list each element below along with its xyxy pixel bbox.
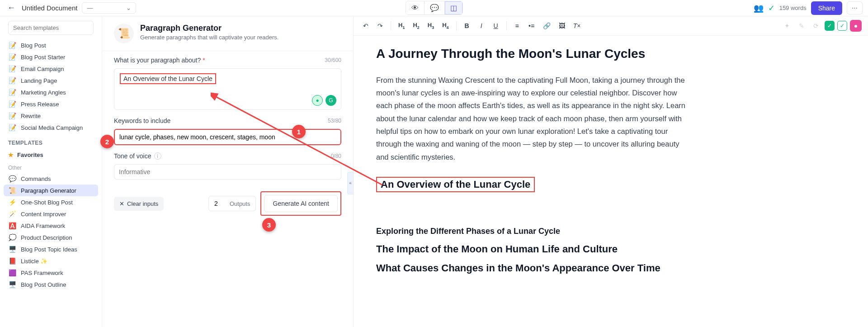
heading1-button[interactable]: H1 bbox=[396, 19, 407, 33]
grammarly-badges: ● G bbox=[312, 95, 336, 106]
clear-inputs-button[interactable]: ✕ Clear inputs bbox=[114, 197, 164, 211]
undo-icon: ↶ bbox=[363, 22, 368, 29]
status-text: — bbox=[87, 5, 94, 11]
template-label: Blog Post bbox=[21, 42, 46, 49]
doc-h1[interactable]: A Journey Through the Moon's Lunar Cycle… bbox=[376, 47, 845, 61]
template-icon: 🪄 bbox=[8, 210, 16, 218]
undo-button[interactable]: ↶ bbox=[360, 19, 372, 32]
split-view-button[interactable]: ◫ bbox=[445, 1, 462, 14]
generate-ai-content-button[interactable]: Generate AI content bbox=[264, 195, 338, 212]
search-templates-input[interactable] bbox=[8, 21, 94, 35]
image-icon: 🖼 bbox=[559, 22, 565, 29]
sidebar-item[interactable]: 📝Press Release bbox=[4, 98, 98, 110]
ai-compose-button[interactable]: ✦ bbox=[781, 19, 793, 32]
plagiarism-badge[interactable]: ✓ bbox=[825, 21, 835, 31]
link-button[interactable]: 🔗 bbox=[540, 19, 553, 32]
template-icon: 🟪 bbox=[8, 269, 16, 277]
sidebar-item[interactable]: 📝Social Media Campaign bbox=[4, 122, 98, 133]
keywords-counter: 53/80 bbox=[328, 118, 341, 124]
sidebar-item[interactable]: 🪄Content Improver bbox=[4, 208, 98, 220]
keywords-input-wrap[interactable] bbox=[114, 129, 341, 145]
about-textarea-wrap[interactable]: An Overview of the Lunar Cycle ● G bbox=[114, 68, 341, 110]
sidebar-item[interactable]: 🅰️AIDA Framework bbox=[4, 220, 98, 232]
user-avatar[interactable]: ● bbox=[850, 20, 862, 32]
doc-paragraph[interactable]: From the stunning Waxing Crescent to the… bbox=[376, 74, 693, 164]
sidebar-item[interactable]: 📕Listicle ✨ bbox=[4, 255, 98, 267]
heading3-button[interactable]: H3 bbox=[425, 19, 437, 33]
heading2-button[interactable]: H2 bbox=[410, 19, 422, 33]
outputs-box[interactable]: Outputs bbox=[208, 196, 256, 211]
grammarly-icon[interactable]: G bbox=[326, 95, 336, 106]
tone-input[interactable] bbox=[119, 168, 336, 175]
sidebar-item[interactable]: 🖥️Blog Post Outline bbox=[4, 279, 98, 290]
heading4-button[interactable]: H4 bbox=[439, 19, 451, 33]
more-menu-button[interactable]: ⋯ bbox=[847, 1, 863, 14]
x-icon: ✕ bbox=[119, 200, 124, 207]
bold-button[interactable]: B bbox=[461, 19, 473, 32]
comments-view-button[interactable]: 💬 bbox=[425, 1, 445, 14]
sidebar-item[interactable]: 📝Marketing Angles bbox=[4, 86, 98, 98]
ai-rephrase-button[interactable]: ⟳ bbox=[810, 19, 822, 32]
favorites-label: Favorites bbox=[17, 152, 43, 158]
main: 📝Blog Post📝Blog Post Starter📝Email Campa… bbox=[0, 16, 868, 327]
sidebar-item[interactable]: 📝Email Campaign bbox=[4, 63, 98, 75]
collapse-panel-handle[interactable]: « bbox=[347, 172, 354, 194]
template-label: Press Release bbox=[21, 101, 59, 108]
sidebar-item[interactable]: 📜Paragraph Generator bbox=[4, 185, 98, 196]
outputs-label: Outputs bbox=[230, 200, 250, 207]
image-button[interactable]: 🖼 bbox=[556, 19, 568, 32]
doc-h2c[interactable]: What Causes Changes in the Moon's Appear… bbox=[376, 262, 845, 274]
template-icon: 📜 bbox=[8, 186, 16, 194]
annotation-badge-1: 1 bbox=[292, 125, 306, 138]
info-icon[interactable]: i bbox=[154, 152, 161, 160]
status-dropdown[interactable]: — ⌄ bbox=[82, 2, 136, 14]
sidebar-item[interactable]: 🖥️Blog Post Topic Ideas bbox=[4, 243, 98, 255]
favorites-row[interactable]: ★ Favorites bbox=[4, 149, 98, 161]
preview-view-button[interactable]: 👁 bbox=[406, 1, 425, 14]
generator-title: Paragraph Generator bbox=[140, 24, 278, 33]
toolbar-separator bbox=[391, 21, 391, 30]
sidebar-item[interactable]: 📝Blog Post Starter bbox=[4, 51, 98, 63]
ai-edit-button[interactable]: ✎ bbox=[796, 19, 807, 32]
grammarly-add-icon[interactable]: ● bbox=[312, 95, 323, 106]
italic-button[interactable]: I bbox=[476, 19, 487, 32]
sidebar-item[interactable]: ⚡One-Shot Blog Post bbox=[4, 196, 98, 208]
doc-h2[interactable]: An Overview of the Lunar Cycle bbox=[381, 179, 530, 190]
seo-badge[interactable]: ✓ bbox=[837, 21, 847, 31]
back-button[interactable]: ← bbox=[5, 1, 17, 14]
template-label: Blog Post Starter bbox=[21, 54, 65, 61]
template-label: Marketing Angles bbox=[21, 89, 66, 96]
people-icon[interactable]: 👥 bbox=[754, 3, 764, 13]
sidebar-item[interactable]: 📝Blog Post bbox=[4, 39, 98, 51]
template-icon: 📝 bbox=[8, 100, 16, 108]
tone-input-wrap[interactable] bbox=[114, 164, 341, 180]
ordered-list-button[interactable]: ≡ bbox=[511, 19, 523, 32]
redo-button[interactable]: ↷ bbox=[374, 19, 386, 32]
doc-h3a[interactable]: Exploring the Different Phases of a Luna… bbox=[376, 227, 845, 236]
columns-icon: ◫ bbox=[450, 4, 457, 12]
scroll-icon: 📜 bbox=[114, 24, 134, 43]
sidebar-item[interactable]: 📝Landing Page bbox=[4, 75, 98, 86]
outputs-input[interactable] bbox=[214, 200, 226, 207]
doc-h2b[interactable]: The Impact of the Moon on Human Life and… bbox=[376, 243, 845, 255]
tone-label: Tone of voice i bbox=[114, 152, 161, 160]
template-label: Email Campaign bbox=[21, 66, 64, 72]
template-icon: 📝 bbox=[8, 123, 16, 132]
bullet-list-icon: •≡ bbox=[528, 22, 534, 29]
share-button[interactable]: Share bbox=[811, 1, 842, 15]
word-count: 159 words bbox=[779, 5, 807, 11]
chevron-down-icon: ⌄ bbox=[126, 5, 131, 11]
topbar: ← Untitled Document — ⌄ 👁 💬 ◫ 👥 ✓ 159 wo… bbox=[0, 0, 868, 16]
view-mode-toggle: 👁 💬 ◫ bbox=[406, 1, 463, 15]
sidebar-item[interactable]: 🟪PAS Framework bbox=[4, 267, 98, 279]
underline-button[interactable]: U bbox=[490, 19, 502, 32]
annotation-badge-3: 3 bbox=[262, 218, 276, 232]
sidebar-item[interactable]: 📝Rewrite bbox=[4, 110, 98, 122]
redo-icon: ↷ bbox=[377, 22, 383, 29]
editor-content[interactable]: A Journey Through the Moon's Lunar Cycle… bbox=[354, 36, 868, 327]
clear-format-button[interactable]: T× bbox=[571, 19, 584, 32]
sidebar-item[interactable]: 💭Product Description bbox=[4, 232, 98, 243]
template-label: PAS Framework bbox=[21, 270, 63, 276]
sidebar-item[interactable]: 💬Commands bbox=[4, 173, 98, 185]
unordered-list-button[interactable]: •≡ bbox=[526, 19, 538, 32]
